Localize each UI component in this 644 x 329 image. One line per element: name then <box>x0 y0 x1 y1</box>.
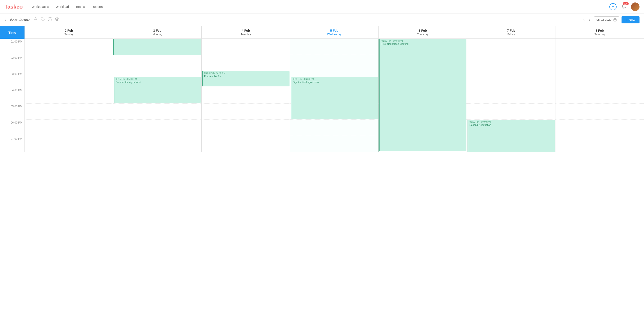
cal-cell-col7-row1 <box>556 55 644 71</box>
subheader-right: ‹ › 05-02-2020 + New <box>582 16 640 24</box>
svg-point-0 <box>35 18 36 19</box>
cal-cell-col3-row4 <box>202 104 290 120</box>
cal-cell-col2-row1 <box>113 55 202 71</box>
tag-icon[interactable] <box>40 17 45 23</box>
calendar-day-header-1: 3 FebMonday <box>113 26 202 39</box>
new-button[interactable]: + New <box>622 16 640 24</box>
event-block-evt1[interactable]: 03:37 PM - 05:00 PM Prepare the agreemen… <box>114 77 201 103</box>
eye-icon[interactable] <box>55 17 59 23</box>
nav-workspaces[interactable]: Workspaces <box>32 5 49 9</box>
subheader: ‹ D/2019/32982 ‹ <box>0 14 644 26</box>
event-block-evt2[interactable]: 03:00 PM - 04:00 PM Prepare the file <box>202 71 290 86</box>
event-block-evt4[interactable]: 01:00 PM - 09:00 PM First Negotation Mee… <box>380 39 466 151</box>
nav-teams[interactable]: Teams <box>76 5 85 9</box>
cal-cell-col7-row0 <box>556 39 644 55</box>
cal-cell-col4-row0 <box>290 39 379 55</box>
cal-cell-col1-row5 <box>25 120 113 136</box>
top-navigation: Taskeo Workspaces Workload Teams Reports… <box>0 0 644 14</box>
cal-cell-col1-row4 <box>25 104 113 120</box>
time-label-3: 04:00 PM <box>0 87 25 104</box>
calendar-time-header: Time <box>0 26 25 39</box>
app-logo: Taskeo <box>4 4 23 10</box>
time-label-0: 01:00 PM <box>0 39 25 55</box>
notification-badge: 225 <box>623 2 629 5</box>
nav-workload[interactable]: Workload <box>56 5 69 9</box>
add-button[interactable]: + <box>610 3 616 10</box>
calendar-day-header-2: 4 FebTuesday <box>202 26 290 39</box>
document-id: D/2019/32982 <box>8 18 30 22</box>
next-date-button[interactable]: › <box>588 17 592 23</box>
calendar-day-header-5: 7 FebFriday <box>467 26 556 39</box>
nav-reports[interactable]: Reports <box>92 5 103 9</box>
cal-cell-col3-row1 <box>202 55 290 71</box>
cal-cell-col3-row2: 03:00 PM - 04:00 PM Prepare the file <box>202 71 290 87</box>
assign-icon[interactable] <box>33 17 38 23</box>
cal-cell-col1-row0 <box>25 39 113 55</box>
cal-cell-col2-row6 <box>113 136 202 152</box>
cal-cell-col3-row6 <box>202 136 290 152</box>
cal-cell-col4-row2: 03:39 PM - 06:39 PM Sign the final agree… <box>290 71 379 87</box>
cal-cell-col2-row4 <box>113 104 202 120</box>
calendar-grid: Time2 FebSunday3 FebMonday4 FebTuesday5 … <box>0 26 644 152</box>
check-icon[interactable] <box>48 17 52 23</box>
calendar-day-header-3: 5 FebWednesday <box>290 26 379 39</box>
cal-cell-col6-row3 <box>467 87 556 104</box>
cal-cell-col1-row6 <box>25 136 113 152</box>
event-block-evt5[interactable]: 06:00 PM - 09:00 PM Second Negotiation <box>468 120 555 152</box>
cal-cell-col7-row6 <box>556 136 644 152</box>
cal-cell-col6-row4 <box>467 104 556 120</box>
cal-cell-col1-row1 <box>25 55 113 71</box>
cal-cell-col4-row1 <box>290 55 379 71</box>
cal-cell-col3-row0 <box>202 39 290 55</box>
topnav-right: + 225 <box>610 3 640 11</box>
calendar-day-header-0: 2 FebSunday <box>25 26 113 39</box>
cal-cell-col6-row2 <box>467 71 556 87</box>
time-label-6: 07:00 PM <box>0 136 25 152</box>
event-block-evt3[interactable]: 03:39 PM - 06:39 PM Sign the final agree… <box>291 77 378 119</box>
cal-cell-col1-row2 <box>25 71 113 87</box>
calendar-day-header-6: 8 FebSaturday <box>556 26 644 39</box>
date-navigation: ‹ › <box>582 17 592 23</box>
cal-cell-col4-row6 <box>290 136 379 152</box>
cal-cell-col7-row5 <box>556 120 644 136</box>
document-actions <box>33 17 59 23</box>
cal-cell-col4-row5 <box>290 120 379 136</box>
nav-links: Workspaces Workload Teams Reports <box>32 5 610 9</box>
cal-cell-col7-row3 <box>556 87 644 104</box>
back-button[interactable]: ‹ <box>4 17 6 22</box>
time-label-4: 05:00 PM <box>0 104 25 120</box>
cal-cell-col7-row4 <box>556 104 644 120</box>
calendar: Time2 FebSunday3 FebMonday4 FebTuesday5 … <box>0 26 644 152</box>
user-avatar[interactable] <box>631 3 640 11</box>
event-placeholder[interactable] <box>113 39 202 55</box>
cal-cell-col3-row5 <box>202 120 290 136</box>
cal-cell-col2-row2: 03:37 PM - 05:00 PM Prepare the agreemen… <box>113 71 202 87</box>
notification-button[interactable]: 225 <box>620 3 627 10</box>
cal-cell-col2-row0 <box>113 39 202 55</box>
time-label-5: 06:00 PM <box>0 120 25 136</box>
cal-cell-col5-row0: 01:00 PM - 09:00 PM First Negotation Mee… <box>378 39 467 55</box>
cal-cell-col6-row5: 06:00 PM - 09:00 PM Second Negotiation <box>467 120 556 136</box>
cal-cell-col6-row1 <box>467 55 556 71</box>
cal-cell-col7-row2 <box>556 71 644 87</box>
cal-cell-col1-row3 <box>25 87 113 104</box>
svg-rect-3 <box>614 19 616 21</box>
calendar-day-header-4: 6 FebThursday <box>378 26 467 39</box>
date-value: 05-02-2020 <box>596 18 612 21</box>
time-label-2: 03:00 PM <box>0 71 25 87</box>
cal-cell-col2-row5 <box>113 120 202 136</box>
prev-date-button[interactable]: ‹ <box>582 17 586 23</box>
time-label-1: 02:00 PM <box>0 55 25 71</box>
svg-point-2 <box>57 19 58 20</box>
cal-cell-col3-row3 <box>202 87 290 104</box>
date-picker[interactable]: 05-02-2020 <box>594 17 619 23</box>
cal-cell-col6-row0 <box>467 39 556 55</box>
